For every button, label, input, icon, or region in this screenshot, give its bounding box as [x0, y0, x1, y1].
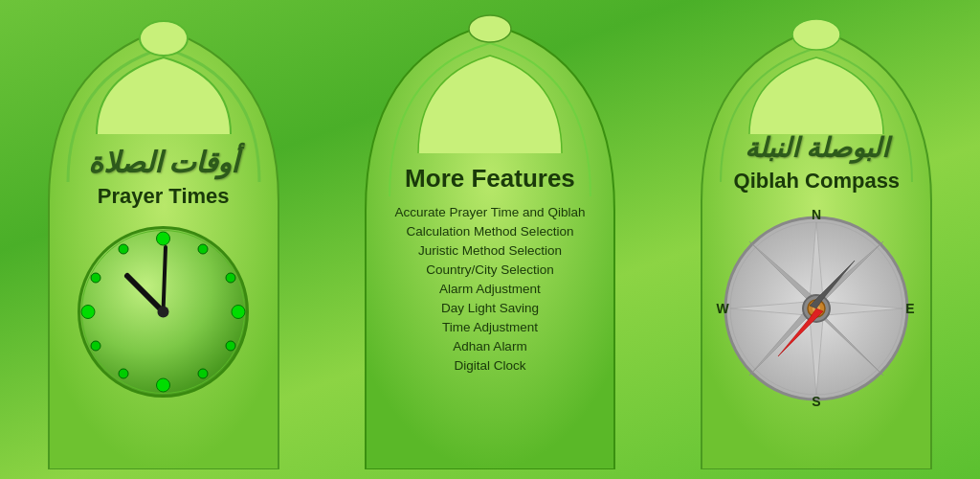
right-panel: البوصلة النبلة Qiblah Compass	[654, 0, 980, 479]
feature-item: Day Light Saving	[395, 301, 586, 315]
svg-line-15	[164, 247, 167, 312]
feature-item: Time Adjustment	[395, 320, 586, 334]
svg-point-17	[158, 307, 169, 318]
svg-point-19	[792, 19, 840, 50]
compass-south: S	[813, 394, 821, 409]
svg-point-18	[469, 15, 511, 42]
svg-point-9	[157, 378, 170, 392]
feature-item: Alarm Adjustment	[395, 282, 586, 296]
more-features-title: More Features	[405, 164, 575, 194]
compass-container: N S E W	[716, 208, 917, 409]
compass-west: W	[717, 301, 730, 316]
feature-item: Accurate Prayer Time and Qiblah	[395, 205, 586, 219]
svg-point-13	[91, 273, 100, 283]
svg-point-14	[119, 244, 128, 254]
feature-item: Juristic Method Selection	[395, 243, 586, 258]
svg-point-5	[226, 273, 235, 283]
svg-point-8	[198, 369, 208, 378]
svg-point-4	[198, 244, 208, 254]
middle-panel: More Features Accurate Prayer Time and Q…	[326, 0, 653, 479]
svg-point-12	[81, 306, 95, 319]
svg-point-7	[226, 341, 235, 351]
feature-item: Calculation Method Selection	[395, 224, 586, 239]
features-list: Accurate Prayer Time and QiblahCalculati…	[395, 205, 586, 377]
svg-point-10	[119, 369, 128, 378]
english-title-right: Qiblah Compass	[734, 169, 901, 194]
clock-container	[75, 223, 252, 400]
feature-item: Digital Clock	[395, 358, 586, 373]
left-panel: أوقات الصلاة Prayer Times	[0, 0, 326, 479]
svg-point-3	[157, 232, 170, 245]
compass-north: N	[812, 208, 821, 222]
svg-point-0	[140, 21, 188, 56]
feature-item: Adhan Alarm	[395, 339, 586, 354]
arabic-title-left: أوقات الصلاة	[88, 146, 239, 179]
compass-east: E	[906, 301, 915, 316]
arabic-title-right: البوصلة النبلة	[745, 132, 889, 164]
svg-point-6	[232, 306, 245, 319]
svg-point-11	[91, 341, 100, 351]
compass-svg: N S E W	[716, 208, 917, 409]
feature-item: Country/City Selection	[395, 262, 586, 277]
english-title-left: Prayer Times	[98, 184, 230, 209]
clock-svg	[75, 223, 252, 400]
